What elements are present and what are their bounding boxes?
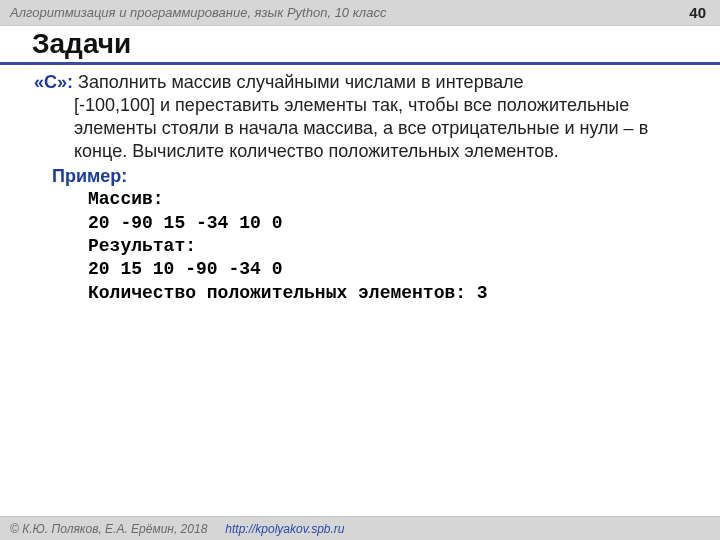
example-line-3: Результат: xyxy=(34,235,686,258)
course-title: Алгоритмизация и программирование, язык … xyxy=(10,5,386,20)
example-line-5: Количество положительных элементов: 3 xyxy=(34,282,686,305)
footer-bar: © К.Ю. Поляков, Е.А. Ерёмин, 2018 http:/… xyxy=(0,516,720,540)
task-text-rest: [-100,100] и переставить элементы так, ч… xyxy=(34,94,686,163)
content-area: «С»: Заполнить массив случайными числами… xyxy=(0,65,720,305)
course-grade: , 10 класс xyxy=(327,5,386,20)
page-number: 40 xyxy=(689,4,706,21)
example-line-1: Массив: xyxy=(34,188,686,211)
course-text: Алгоритмизация и программирование, язык xyxy=(10,5,287,20)
task-text-1: Заполнить массив случайными числами в ин… xyxy=(73,72,524,92)
footer-link: http://kpolyakov.spb.ru xyxy=(225,522,344,536)
slide-title: Задачи xyxy=(32,28,720,60)
example-line-2: 20 -90 15 -34 10 0 xyxy=(34,212,686,235)
task-line-1: «С»: Заполнить массив случайными числами… xyxy=(34,71,686,94)
example-line-4: 20 15 10 -90 -34 0 xyxy=(34,258,686,281)
task-label: «С»: xyxy=(34,72,73,92)
slide-title-bar: Задачи xyxy=(0,26,720,65)
footer-authors: © К.Ю. Поляков, Е.А. Ерёмин, 2018 xyxy=(10,522,207,536)
header-bar: Алгоритмизация и программирование, язык … xyxy=(0,0,720,26)
example-label-row: Пример: xyxy=(34,163,686,188)
example-label: Пример: xyxy=(34,165,127,188)
course-lang: Python xyxy=(287,5,327,20)
